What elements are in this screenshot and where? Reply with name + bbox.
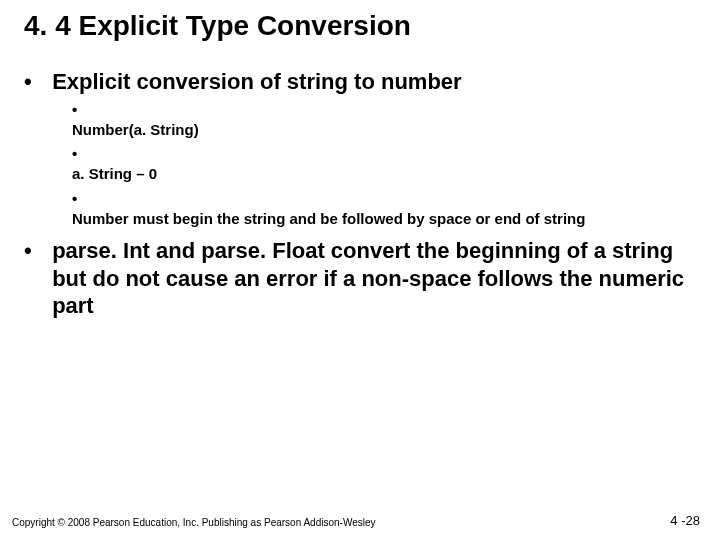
bullet-text: Number must begin the string and be foll… bbox=[72, 209, 676, 229]
bullet-text: a. String – 0 bbox=[72, 164, 676, 184]
slide-title: 4. 4 Explicit Type Conversion bbox=[24, 10, 696, 42]
slide: 4. 4 Explicit Type Conversion • Explicit… bbox=[0, 0, 720, 540]
bullet-icon: • bbox=[24, 237, 46, 265]
bullet-icon: • bbox=[72, 189, 88, 209]
bullet-level2: • a. String – 0 bbox=[72, 144, 696, 185]
slide-body: • Explicit conversion of string to numbe… bbox=[24, 60, 696, 320]
bullet-level2: • Number(a. String) bbox=[72, 100, 696, 141]
bullet-text: Number(a. String) bbox=[72, 120, 676, 140]
bullet-text: Explicit conversion of string to number bbox=[52, 68, 684, 96]
footer-copyright: Copyright © 2008 Pearson Education, Inc.… bbox=[12, 517, 376, 528]
bullet-level2: • Number must begin the string and be fo… bbox=[72, 189, 696, 230]
bullet-level1: • Explicit conversion of string to numbe… bbox=[24, 68, 696, 96]
bullet-icon: • bbox=[72, 144, 88, 164]
bullet-icon: • bbox=[72, 100, 88, 120]
bullet-text: parse. Int and parse. Float convert the … bbox=[52, 237, 684, 320]
bullet-icon: • bbox=[24, 68, 46, 96]
bullet-level1: • parse. Int and parse. Float convert th… bbox=[24, 237, 696, 320]
footer-page-number: 4 -28 bbox=[670, 513, 700, 528]
